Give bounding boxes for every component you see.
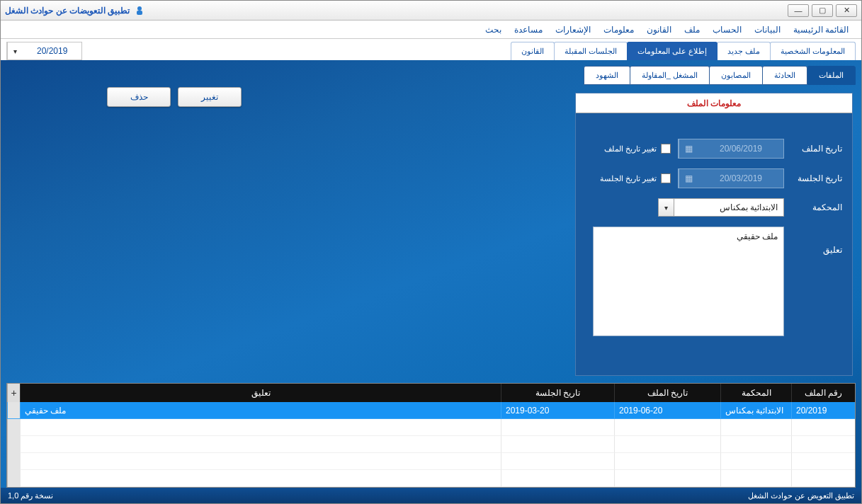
menu-account[interactable]: الحساب: [707, 22, 747, 38]
col-court[interactable]: المحكمة: [720, 384, 791, 402]
col-file-no[interactable]: رقم الملف: [791, 384, 855, 402]
status-version: نسخة رقم 1,0: [8, 491, 53, 500]
svg-point-0: [137, 6, 142, 11]
menu-help[interactable]: مساعدة: [509, 22, 548, 38]
session-date-checkbox[interactable]: [661, 173, 671, 183]
menu-notifications[interactable]: الإشعارات: [550, 22, 596, 38]
grid-row[interactable]: 20/2019 الابتدائية بمكناس 2019-06-20 201…: [7, 402, 855, 419]
tab-law[interactable]: القانون: [511, 42, 555, 60]
file-date-input[interactable]: 20/06/2019 ▦: [678, 139, 784, 159]
menu-search[interactable]: بحث: [480, 22, 507, 38]
menu-law[interactable]: القانون: [641, 22, 677, 38]
row-court: المحكمة الابتدائية بمكناس ▾: [586, 198, 842, 217]
cell-file-no: 20/2019: [791, 402, 855, 419]
tab-personal-info[interactable]: المعلومات الشخصية: [770, 42, 856, 60]
tab-view-info[interactable]: إطلاع على المعلومات: [627, 42, 718, 60]
sub-tab-employer[interactable]: المشغل _المقاولة: [630, 66, 710, 85]
comment-textarea[interactable]: [593, 227, 784, 336]
row-file-date: تاريخ الملف 20/06/2019 ▦ تغيير تاريخ الم…: [586, 139, 842, 159]
tab-upcoming-sessions[interactable]: الجلسات المقبلة: [554, 42, 628, 60]
calendar-icon: ▦: [679, 139, 698, 158]
col-file-date[interactable]: تاريخ الملف: [614, 384, 720, 402]
window-title: تطبيق التعويضات عن حوادث الشغل: [5, 6, 130, 16]
session-date-value: 20/03/2019: [698, 173, 783, 183]
grid-empty-row: [7, 436, 855, 453]
menu-info[interactable]: معلومات: [598, 22, 640, 38]
label-court: المحكمة: [791, 202, 842, 212]
file-date-chk-label: تغيير تاريخ الملف: [604, 144, 657, 154]
delete-button[interactable]: حذف: [107, 87, 171, 107]
cell-comment: ملف حقيقي: [20, 402, 501, 419]
grid-header: رقم الملف المحكمة تاريخ الملف تاريخ الجل…: [7, 384, 855, 402]
cell-court: الابتدائية بمكناس: [720, 402, 791, 419]
court-select[interactable]: الابتدائية بمكناس ▾: [658, 198, 784, 217]
cell-session-date: 2019-03-20: [501, 402, 614, 419]
close-button[interactable]: ✕: [836, 4, 857, 17]
file-info-panel: معلومات الملف تاريخ الملف 20/06/2019 ▦ ت…: [575, 93, 853, 376]
chevron-down-icon[interactable]: ▾: [7, 42, 23, 59]
col-session-date[interactable]: تاريخ الجلسة: [501, 384, 614, 402]
maximize-button[interactable]: ▢: [812, 4, 833, 17]
grid-empty-row: [7, 453, 855, 470]
grid-empty-row: [7, 470, 855, 487]
row-indicator: [7, 402, 20, 419]
content-area: الملفات الحادثة المصابون المشغل _المقاول…: [1, 60, 861, 488]
status-app-name: تطبيق التعويض عن حوادث الشغل: [748, 491, 854, 500]
file-date-value: 20/06/2019: [698, 144, 783, 154]
row-comment: تعليق: [586, 227, 842, 336]
menu-bar: القائمة الرئيسية البيانات الحساب ملف الق…: [1, 21, 861, 39]
label-session-date: تاريخ الجلسة: [791, 173, 842, 183]
cell-file-date: 2019-06-20: [614, 402, 720, 419]
menu-file[interactable]: ملف: [679, 22, 705, 38]
app-window: تطبيق التعويضات عن حوادث الشغل — ▢ ✕ الق…: [0, 0, 862, 504]
title-bar: تطبيق التعويضات عن حوادث الشغل — ▢ ✕: [1, 1, 861, 21]
court-value: الابتدائية بمكناس: [674, 202, 783, 212]
sub-tabs: الملفات الحادثة المصابون المشغل _المقاول…: [6, 66, 856, 85]
file-number-select[interactable]: 20/2019 ▾: [6, 42, 82, 60]
tab-new-file[interactable]: ملف جديد: [717, 42, 771, 60]
svg-rect-1: [137, 11, 142, 15]
session-date-input[interactable]: 20/03/2019 ▦: [678, 168, 784, 188]
top-area: المعلومات الشخصية ملف جديد إطلاع على الم…: [1, 39, 861, 60]
label-comment: تعليق: [791, 245, 842, 255]
session-date-chk-label: تغيير تاريخ الجلسة: [600, 174, 657, 183]
col-comment[interactable]: تعليق: [20, 384, 501, 402]
file-number-value: 20/2019: [23, 46, 81, 56]
calendar-icon: ▦: [679, 169, 698, 188]
sub-tab-files[interactable]: الملفات: [807, 66, 856, 85]
sub-tab-witnesses[interactable]: الشهود: [584, 66, 630, 85]
menu-data[interactable]: البيانات: [749, 22, 786, 38]
grid-empty-row: [7, 419, 855, 436]
action-buttons: تغيير حذف: [107, 87, 242, 107]
row-session-date: تاريخ الجلسة 20/03/2019 ▦ تغيير تاريخ ال…: [586, 168, 842, 188]
label-file-date: تاريخ الملف: [791, 144, 842, 154]
panel-title-text: معلومات الملف: [687, 98, 741, 108]
status-bar: تطبيق التعويض عن حوادث الشغل نسخة رقم 1,…: [1, 488, 861, 503]
minimize-button[interactable]: —: [788, 4, 809, 17]
menu-main[interactable]: القائمة الرئيسية: [788, 22, 854, 38]
sub-tab-incident[interactable]: الحادثة: [762, 66, 807, 85]
file-date-checkbox[interactable]: [661, 144, 671, 154]
files-grid: رقم الملف المحكمة تاريخ الملف تاريخ الجل…: [6, 383, 856, 488]
grid-add-row-button[interactable]: +: [7, 384, 20, 402]
chevron-down-icon[interactable]: ▾: [659, 199, 674, 216]
change-button[interactable]: تغيير: [178, 87, 242, 107]
sub-tab-injured[interactable]: المصابون: [709, 66, 763, 85]
panel-title: معلومات الملف: [576, 93, 852, 113]
app-icon: [134, 5, 145, 16]
